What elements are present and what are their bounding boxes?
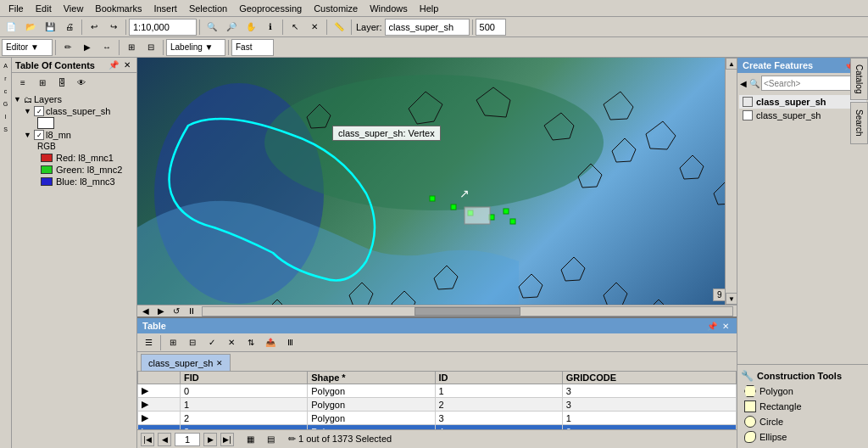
map-canvas[interactable]: ↗ class_super_sh: Vertex ▲ ▼ 9 1 [137, 58, 737, 305]
select-btn[interactable]: ↖ [286, 19, 304, 36]
feature-group-header[interactable]: class_super_sh [739, 95, 866, 109]
table-tab-close[interactable]: ✕ [216, 359, 223, 367]
topology-btn[interactable]: ⊟ [142, 39, 160, 56]
menu-bookmarks[interactable]: Bookmarks [90, 2, 147, 15]
page-input[interactable] [175, 433, 200, 446]
print-btn[interactable]: 🖨 [60, 19, 79, 36]
undo-btn[interactable]: ↩ [85, 19, 103, 36]
col-fid[interactable]: FID [181, 372, 308, 384]
table-tab-1[interactable]: class_super_sh ✕ [141, 354, 231, 371]
snapping-btn[interactable]: ⊞ [122, 39, 141, 56]
table-row[interactable]: ▶ 2 Polygon 3 1 [138, 412, 737, 425]
layers-root[interactable]: ▼ 🗂 Layers [14, 93, 135, 105]
row-selector-0[interactable]: ▶ [138, 384, 181, 398]
table-select-btn[interactable]: ✓ [203, 334, 221, 351]
table-field-btn[interactable]: Ⅲ [281, 334, 299, 351]
menu-edit[interactable]: Edit [31, 2, 57, 15]
arc-btn-2[interactable]: r [1, 72, 11, 84]
map-pause[interactable]: ⏸ [185, 305, 198, 317]
layer-checkbox-2[interactable] [34, 130, 44, 140]
editor-dropdown[interactable]: Editor ▼ [2, 39, 53, 56]
table-view-btn2[interactable]: ▤ [261, 431, 280, 448]
page-first-btn[interactable]: |◀ [141, 433, 154, 446]
pan-btn[interactable]: ✋ [242, 19, 260, 36]
construction-rectangle[interactable]: Rectangle [741, 399, 865, 414]
table-row[interactable]: ▶ 1 Polygon 2 3 [138, 398, 737, 412]
scroll-track[interactable] [726, 70, 737, 293]
menu-customize[interactable]: Customize [309, 2, 363, 15]
menu-view[interactable]: View [58, 2, 89, 15]
search-tab[interactable]: Search [850, 102, 868, 144]
map-refresh[interactable]: ↺ [170, 305, 183, 317]
labeling-dropdown[interactable]: Labeling ▼ [166, 39, 225, 56]
menu-file[interactable]: File [3, 2, 29, 15]
table-del-btn[interactable]: ⊟ [183, 334, 202, 351]
arc-btn-6[interactable]: S [1, 123, 11, 135]
scale-dropdown[interactable]: 1:10,000 [129, 19, 197, 36]
toc-close-btn[interactable]: ✕ [121, 59, 133, 71]
table-close-btn[interactable]: ✕ [720, 320, 732, 332]
catalog-tab[interactable]: Catalog [850, 58, 868, 100]
menu-windows[interactable]: Windows [364, 2, 413, 15]
search-back-btn[interactable]: ◀ [739, 75, 748, 92]
map-h-scrollbar[interactable] [202, 306, 733, 316]
arc-btn-3[interactable]: c [1, 85, 11, 97]
num-input[interactable]: 500 [476, 19, 506, 36]
layers-expand[interactable]: ▼ [14, 95, 22, 104]
table-clear-btn[interactable]: ✕ [222, 334, 241, 351]
scroll-down-btn[interactable]: ▼ [726, 293, 737, 305]
page-prev-btn[interactable]: ◀ [158, 433, 171, 446]
clear-select-btn[interactable]: ✕ [305, 19, 324, 36]
feature-item-1[interactable]: class_super_sh [739, 109, 866, 122]
table-add-btn[interactable]: ⊞ [164, 334, 182, 351]
layer-class-super-sh[interactable]: ▼ class_super_sh [24, 105, 135, 117]
arc-btn-4[interactable]: G [1, 98, 11, 109]
table-view-btn1[interactable]: ▦ [241, 431, 259, 448]
search-icon-btn[interactable]: 🔍 [748, 75, 760, 92]
sketch-btn[interactable]: ✏ [58, 39, 77, 56]
construction-polygon[interactable]: Polygon [741, 384, 865, 399]
menu-insert[interactable]: Insert [148, 2, 182, 15]
menu-geoprocessing[interactable]: Geoprocessing [234, 2, 307, 15]
map-nav-back[interactable]: ◀ [139, 305, 153, 317]
layer-expand-2[interactable]: ▼ [24, 131, 32, 139]
col-gridcode[interactable]: GRIDCODE [562, 372, 736, 384]
toc-source-btn[interactable]: 🗄 [53, 74, 71, 91]
fast-dropdown[interactable]: Fast [231, 39, 274, 56]
scroll-up-btn[interactable]: ▲ [726, 58, 737, 70]
menu-selection[interactable]: Selection [184, 2, 232, 15]
menu-help[interactable]: Help [415, 2, 444, 15]
new-btn[interactable]: 📄 [2, 19, 20, 36]
identify-btn[interactable]: ℹ [261, 19, 280, 36]
toc-list-btn[interactable]: ≡ [14, 74, 32, 91]
edit-btn[interactable]: ▶ [78, 39, 97, 56]
row-selector-1[interactable]: ▶ [138, 398, 181, 412]
table-export-btn[interactable]: 📤 [261, 334, 280, 351]
arc-btn-1[interactable]: A [1, 59, 11, 71]
redo-btn[interactable]: ↪ [104, 19, 123, 36]
arc-btn-5[interactable]: I [1, 110, 11, 122]
open-btn[interactable]: 📂 [21, 19, 40, 36]
reshape-btn[interactable]: ↔ [97, 39, 116, 56]
zoom-out-btn[interactable]: 🔎 [222, 19, 241, 36]
col-shape[interactable]: Shape * [308, 372, 435, 384]
map-nav-fwd[interactable]: ▶ [154, 305, 168, 317]
toc-vis-btn[interactable]: 👁 [72, 74, 91, 91]
zoom-in-btn[interactable]: 🔍 [203, 19, 221, 36]
construction-ellipse[interactable]: Ellipse [741, 429, 865, 445]
layer-expand-1[interactable]: ▼ [24, 107, 32, 115]
layer-dropdown[interactable]: class_super_sh [385, 19, 470, 36]
table-switch-btn[interactable]: ⇅ [242, 334, 260, 351]
save-btn[interactable]: 💾 [41, 19, 59, 36]
page-next-btn[interactable]: ▶ [203, 433, 217, 446]
col-id[interactable]: ID [435, 372, 562, 384]
layer-l8-mn[interactable]: ▼ l8_mn [24, 129, 135, 141]
construction-circle[interactable]: Circle [741, 414, 865, 429]
table-pin-btn[interactable]: 📌 [706, 320, 718, 332]
measure-btn[interactable]: 📏 [330, 19, 348, 36]
row-selector-2[interactable]: ▶ [138, 412, 181, 425]
table-row[interactable]: ▶ 0 Polygon 1 3 [138, 384, 737, 398]
toc-pin-btn[interactable]: 📌 [108, 59, 120, 71]
page-last-btn[interactable]: ▶| [220, 433, 234, 446]
layer-checkbox-1[interactable] [34, 106, 44, 116]
